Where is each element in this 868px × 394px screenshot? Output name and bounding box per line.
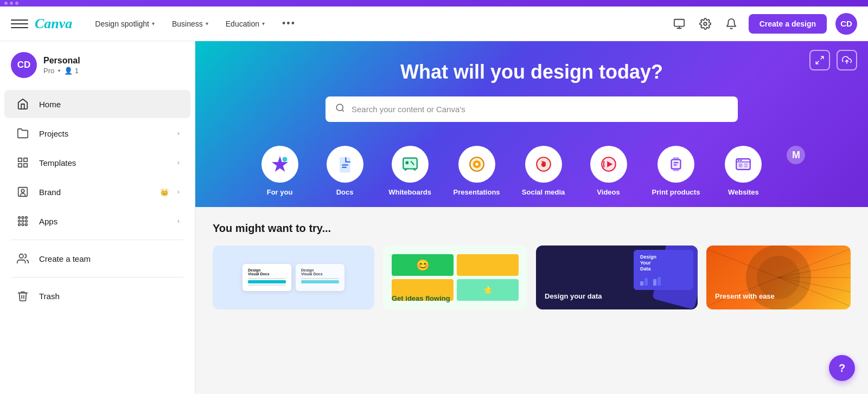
chevron-right-icon: ›	[177, 188, 180, 196]
category-websites[interactable]: Websites	[711, 139, 776, 207]
for-you-label: For you	[267, 188, 293, 196]
category-for-you[interactable]: For you	[247, 139, 312, 207]
nav-design-spotlight[interactable]: Design spotlight ▾	[87, 15, 162, 33]
hamburger-menu[interactable]	[11, 15, 28, 33]
canva-logo[interactable]: Canva	[35, 16, 72, 32]
svg-line-21	[816, 61, 819, 64]
svg-line-57	[778, 246, 851, 277]
get-ideas-label: Get ideas flowing	[392, 294, 450, 302]
present-ease-label: Present with ease	[715, 292, 775, 300]
profile-avatar[interactable]: CD	[11, 52, 37, 78]
sidebar-create-team-label: Create a team	[39, 254, 180, 263]
card-get-ideas[interactable]: 😊 ⭐ Get ideas flowing	[383, 246, 527, 309]
svg-rect-0	[674, 19, 684, 26]
social-media-icon-circle	[525, 146, 562, 183]
sidebar-item-create-team[interactable]: Create a team	[4, 244, 190, 273]
profile-sub: Pro • 👤 1	[43, 67, 80, 75]
svg-point-18	[25, 224, 28, 226]
brand-badge-icon: 👑	[160, 188, 169, 196]
svg-rect-46	[673, 169, 679, 171]
svg-point-37	[475, 163, 478, 166]
suggestions-title: You might want to try...	[213, 222, 851, 235]
chevron-right-icon: ›	[177, 217, 180, 225]
hamburger-line-2	[11, 23, 28, 24]
social-media-label: Social media	[522, 188, 565, 196]
hamburger-line-1	[11, 20, 28, 21]
browser-bar	[0, 0, 868, 7]
sidebar-templates-label: Templates	[39, 158, 169, 167]
svg-point-13	[18, 220, 21, 222]
category-docs[interactable]: Docs	[312, 139, 378, 207]
sidebar-projects-label: Projects	[39, 129, 169, 138]
category-whiteboards[interactable]: Whiteboards	[378, 139, 443, 207]
card-visual-docs[interactable]: DesignVisual Docs DesignVisual Docs	[213, 246, 374, 309]
suggestions-cards-row: DesignVisual Docs DesignVisual Docs	[213, 246, 851, 309]
nav-education-label: Education	[226, 20, 259, 28]
docs-label: Docs	[336, 188, 354, 196]
websites-icon-circle	[725, 146, 762, 183]
svg-rect-4	[18, 158, 22, 162]
sidebar-home-label: Home	[39, 100, 180, 109]
profile-info: Personal Pro • 👤 1	[43, 56, 80, 75]
monitor-icon[interactable]	[671, 15, 688, 33]
hero-search-bar[interactable]	[326, 96, 738, 122]
gear-icon[interactable]	[697, 15, 714, 33]
sidebar-item-brand[interactable]: Brand 👑 ›	[4, 178, 190, 206]
nav-right: Create a design CD	[671, 13, 857, 35]
svg-point-31	[405, 161, 409, 164]
svg-point-12	[25, 217, 28, 219]
search-input[interactable]	[352, 105, 728, 114]
navbar: Canva Design spotlight ▾ Business ▾ Educ…	[0, 7, 868, 41]
profile-name: Personal	[43, 56, 80, 66]
home-icon	[15, 96, 30, 112]
svg-rect-55	[744, 164, 748, 165]
nav-education[interactable]: Education ▾	[218, 15, 272, 33]
category-presentations[interactable]: Presentations	[443, 139, 511, 207]
svg-point-17	[22, 224, 24, 226]
templates-icon	[15, 155, 30, 170]
hero-banner-actions	[809, 50, 857, 70]
category-print-products[interactable]: Print products	[641, 139, 711, 207]
profile-tier: Pro	[43, 67, 54, 75]
chevron-down-icon: ▾	[262, 21, 265, 27]
svg-point-3	[704, 22, 707, 25]
resize-icon-button[interactable]	[809, 50, 830, 70]
svg-point-14	[22, 220, 24, 222]
svg-point-15	[25, 220, 28, 222]
card-present-ease[interactable]: Present with ease	[706, 246, 851, 309]
category-videos[interactable]: Videos	[576, 139, 641, 207]
profile-members-icon: 👤	[64, 67, 73, 75]
upload-cloud-icon-button[interactable]	[837, 50, 857, 70]
browser-tab	[15, 2, 18, 5]
sidebar-item-home[interactable]: Home	[4, 90, 190, 118]
category-row: For you Docs	[217, 139, 846, 207]
search-icon	[335, 103, 345, 115]
sidebar-divider-2	[11, 277, 184, 277]
whiteboards-label: Whiteboards	[388, 188, 431, 196]
sidebar-item-trash[interactable]: Trash	[4, 282, 190, 310]
videos-icon-circle	[590, 146, 627, 183]
team-icon	[15, 251, 30, 266]
sidebar-item-apps[interactable]: Apps ›	[4, 207, 190, 235]
category-social-media[interactable]: Social media	[511, 139, 576, 207]
category-more[interactable]: M	[776, 139, 816, 207]
nav-business[interactable]: Business ▾	[164, 15, 216, 33]
presentations-label: Presentations	[454, 188, 500, 196]
sidebar-item-templates[interactable]: Templates ›	[4, 148, 190, 177]
svg-point-25	[282, 157, 287, 162]
svg-rect-29	[403, 158, 417, 169]
card-design-data[interactable]: DesignYourData Design your data	[536, 246, 698, 309]
sidebar: CD Personal Pro • 👤 1 Home	[0, 41, 195, 394]
nav-more-button[interactable]: •••	[275, 14, 303, 34]
svg-line-20	[821, 56, 824, 59]
videos-label: Videos	[597, 188, 620, 196]
create-design-button[interactable]: Create a design	[749, 14, 827, 34]
user-avatar[interactable]: CD	[835, 13, 857, 35]
bell-icon[interactable]	[723, 15, 740, 33]
trash-icon	[15, 288, 30, 303]
svg-rect-7	[18, 164, 22, 167]
apps-icon	[15, 214, 30, 229]
more-icon-circle: M	[787, 146, 805, 164]
help-button[interactable]: ?	[829, 355, 855, 381]
sidebar-item-projects[interactable]: Projects ›	[4, 119, 190, 147]
